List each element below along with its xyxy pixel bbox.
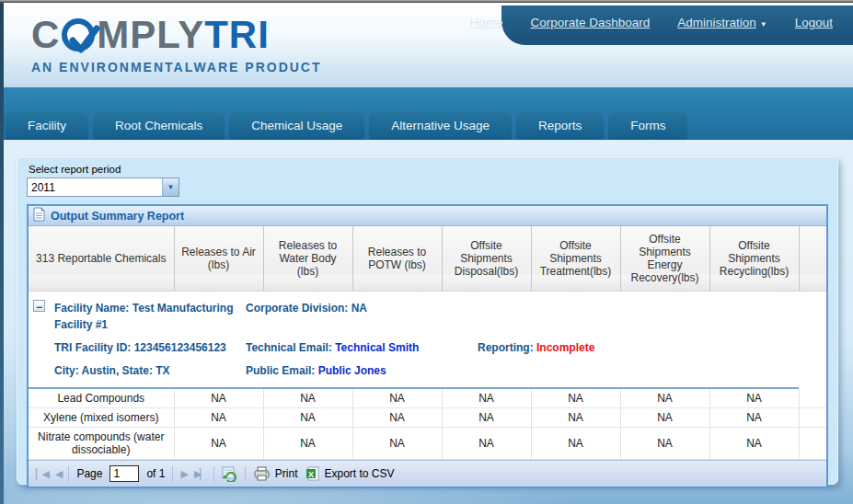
next-page-button[interactable]: ▶ [180,468,186,480]
tab-band: Facility Root Chemicals Chemical Usage A… [0,87,853,140]
cell-value: NA [263,428,352,460]
cell-value: NA [709,428,799,460]
cell-value: NA [442,428,531,460]
cell-value: NA [352,408,442,428]
last-page-button[interactable]: ▶▏ [194,468,206,480]
excel-icon: X [305,466,320,481]
dropdown-arrow-icon[interactable]: ▼ [162,178,179,196]
cell-value: NA [531,428,620,460]
complytri-logo: C MPLY TRI AN ENVIRONMENTALWARE PRODUCT [31,14,322,74]
reporting-status-badge: Incomplete [536,341,594,354]
export-csv-label: Export to CSV [325,467,395,480]
prev-page-button[interactable]: ◀ [55,468,61,480]
output-summary-report: Output Summary Report 313 Reportable Che… [27,204,828,488]
cell-value: NA [263,408,352,428]
logo-text-c: C [31,15,60,55]
col-header-releases-air: Releases to Air (lbs) [174,226,263,291]
cell-value: NA [531,408,620,428]
toolbar-separator [245,466,246,482]
main-tabs: Facility Root Chemicals Chemical Usage A… [6,112,687,140]
cell-value: NA [263,389,352,408]
cell-value: NA [531,389,620,408]
col-header-releases-water: Releases to Water Body (lbs) [263,226,352,291]
cell-filler [799,408,826,428]
refresh-icon [222,466,237,482]
table-row: Nitrate compounds (water dissociable) NA… [29,428,826,460]
technical-email-value: Technical Smith [335,341,419,354]
tab-chemical-usage[interactable]: Chemical Usage [229,112,364,140]
tab-forms[interactable]: Forms [608,112,687,140]
document-icon [33,207,45,225]
cell-value: NA [620,389,709,408]
public-email-value: Public Jones [318,364,386,377]
printer-icon [253,466,271,481]
cell-value: NA [709,389,799,408]
nav-logout-link[interactable]: Logout [795,16,833,29]
cell-filler [799,428,826,460]
page-of-label: of 1 [146,467,165,480]
chemical-name: Nitrate compounds (water dissociable) [29,428,174,460]
svg-text:X: X [308,470,314,479]
page-number-input[interactable] [110,465,139,482]
toolbar-separator [68,466,69,482]
page-label: Page [76,467,102,480]
top-nav: Home Corporate Dashboard Administration▼… [501,6,853,45]
cell-filler [799,389,826,408]
toolbar-separator [172,466,173,482]
export-csv-button[interactable]: X Export to CSV [305,466,395,481]
cell-value: NA [174,389,263,408]
corporate-division: Corporate Division: NA [246,302,367,315]
report-period-label: Select report period [29,164,828,175]
facility-name: Facility Name: Test Manufacturing Facili… [54,302,233,331]
window-top-border [0,0,853,3]
cell-value: NA [352,428,442,460]
app-header: C MPLY TRI AN ENVIRONMENTALWARE PRODUCT … [0,3,853,87]
cell-value: NA [620,428,709,460]
nav-administration-menu[interactable]: Administration▼ [677,16,767,29]
col-header-filler [799,226,826,291]
nav-home-link[interactable]: Home [469,16,502,29]
cell-value: NA [174,428,263,460]
report-panel: Select report period 2011 ▼ Output Summa… [17,156,838,485]
nav-corporate-dashboard-link[interactable]: Corporate Dashboard [530,16,650,29]
city-state: City: Austin, State: TX [54,364,170,377]
technical-email-label: Technical Email: [246,341,335,354]
cell-value: NA [709,408,799,428]
collapse-icon[interactable]: − [33,300,45,312]
checkmark-circle-icon [62,18,95,52]
first-page-button[interactable]: ▏◀ [36,468,48,480]
public-email-label: Public Email: [246,364,318,377]
cell-value: NA [442,408,531,428]
col-header-offsite-recycling: Offsite Shipments Recycling(lbs) [709,226,799,291]
tri-facility-id: TRI Facility ID: 123456123456123 [54,341,226,354]
report-period-value: 2011 [28,181,162,194]
cell-value: NA [174,408,263,428]
tab-root-chemicals[interactable]: Root Chemicals [93,112,225,140]
table-row: Lead Compounds NA NA NA NA NA NA NA [29,389,826,408]
report-title: Output Summary Report [51,210,184,223]
toolbar-separator [213,466,214,482]
report-header-bar: Output Summary Report [29,206,826,226]
logo-text-tri: TRI [204,15,270,55]
col-header-offsite-energy: Offsite Shipments Energy Recovery(lbs) [620,226,709,291]
tab-alternative-usage[interactable]: Alternative Usage [369,112,512,140]
facility-group-header: − Facility Name: Test Manufacturing Faci… [29,292,826,387]
print-button[interactable]: Print [253,466,298,481]
chemical-name: Xylene (mixed isomers) [29,408,174,428]
chevron-down-icon: ▼ [760,20,767,29]
content-area: Select report period 2011 ▼ Output Summa… [4,140,853,504]
tab-reports[interactable]: Reports [516,112,604,140]
refresh-button[interactable] [222,466,237,482]
pagination-toolbar: ▏◀ ◀ Page of 1 ▶ ▶▏ [29,460,826,487]
cell-value: NA [620,408,709,428]
report-period-select[interactable]: 2011 ▼ [27,178,179,197]
tab-facility[interactable]: Facility [6,112,88,140]
col-header-offsite-treatment: Offsite Shipments Treatment(lbs) [531,226,620,291]
table-header-row: 313 Reportable Chemicals Releases to Air… [29,226,826,291]
chemical-name: Lead Compounds [29,389,174,408]
col-header-offsite-disposal: Offsite Shipments Disposal(lbs) [442,226,531,291]
logo-text-mply: MPLY [97,15,204,55]
col-header-chemicals: 313 Reportable Chemicals [29,226,174,291]
table-row: Xylene (mixed isomers) NA NA NA NA NA NA… [29,408,826,428]
logo-tagline: AN ENVIRONMENTALWARE PRODUCT [31,60,322,74]
